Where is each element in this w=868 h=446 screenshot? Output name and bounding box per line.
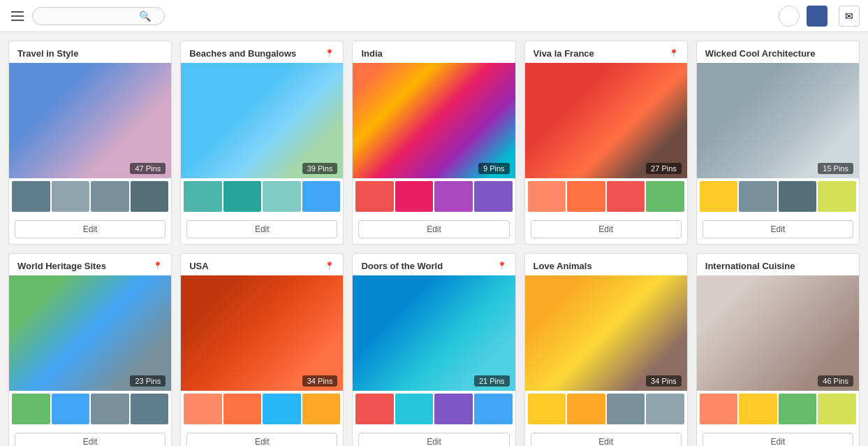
board-thumb xyxy=(131,394,169,424)
board-thumbnails xyxy=(353,391,515,427)
board-thumbnails xyxy=(353,178,515,215)
board-footer: Edit xyxy=(181,215,343,244)
boards-grid: Travel in Style 47 Pins Edit Beaches and… xyxy=(8,41,860,446)
edit-button[interactable]: Edit xyxy=(358,220,509,238)
board-thumb xyxy=(52,181,90,212)
board-thumbnails xyxy=(697,178,859,215)
pins-count: 34 Pins xyxy=(302,375,338,387)
board-thumb xyxy=(528,181,566,212)
board-thumb xyxy=(474,181,513,212)
messages-button[interactable]: ✉ xyxy=(839,6,860,27)
board-thumb xyxy=(395,394,434,424)
pins-count: 9 Pins xyxy=(478,163,510,174)
board-card-doors-of-the-world: Doors of the World 📍 21 Pins Edit xyxy=(352,253,515,446)
board-main-image: 9 Pins xyxy=(353,63,515,178)
board-main-image: 23 Pins xyxy=(9,275,171,391)
pins-count: 39 Pins xyxy=(302,163,338,174)
board-header: International Cuisine xyxy=(697,254,859,275)
board-main-image: 27 Pins xyxy=(525,63,687,178)
hamburger-button[interactable] xyxy=(8,8,27,24)
location-icon: 📍 xyxy=(497,261,507,271)
board-thumb xyxy=(12,394,50,424)
board-title: Travel in Style xyxy=(17,48,78,59)
board-header: India xyxy=(353,41,515,63)
header: 🔍 ✉ xyxy=(0,0,868,32)
board-header: Beaches and Bungalows 📍 xyxy=(181,41,343,63)
board-thumb xyxy=(646,394,684,424)
location-icon: 📍 xyxy=(325,261,334,271)
board-thumb xyxy=(184,394,222,424)
edit-button[interactable]: Edit xyxy=(703,220,853,238)
header-right: ✉ xyxy=(576,6,860,27)
board-card-international-cuisine: International Cuisine 46 Pins Edit xyxy=(696,253,860,446)
board-thumb xyxy=(474,394,513,424)
board-thumbnails xyxy=(525,178,687,215)
board-title: Beaches and Bungalows xyxy=(189,48,296,59)
board-thumb xyxy=(263,181,301,212)
pins-count: 27 Pins xyxy=(646,163,682,174)
board-thumb xyxy=(91,181,129,212)
pins-count: 15 Pins xyxy=(818,163,853,174)
pins-count: 34 Pins xyxy=(646,375,682,387)
board-card-viva-la-france: Viva la France 📍 27 Pins Edit xyxy=(524,41,688,245)
board-title: Viva la France xyxy=(534,48,594,59)
board-card-usa: USA 📍 34 Pins Edit xyxy=(180,253,344,446)
edit-button[interactable]: Edit xyxy=(15,220,165,238)
board-thumbnails xyxy=(9,391,171,427)
edit-button[interactable]: Edit xyxy=(15,433,165,446)
board-header: Love Animals xyxy=(525,254,687,275)
edit-button[interactable]: Edit xyxy=(703,433,853,446)
board-title: USA xyxy=(189,261,208,271)
edit-button[interactable]: Edit xyxy=(186,220,337,238)
board-title: India xyxy=(361,48,382,59)
board-thumb xyxy=(739,394,777,424)
board-thumb xyxy=(700,181,738,212)
location-icon: 📍 xyxy=(153,261,163,271)
board-footer: Edit xyxy=(353,215,515,244)
board-footer: Edit xyxy=(697,215,859,244)
board-thumb xyxy=(779,181,817,212)
board-thumb xyxy=(12,181,50,212)
edit-button[interactable]: Edit xyxy=(358,433,509,446)
avatar xyxy=(807,6,827,27)
board-card-beaches-bungalows: Beaches and Bungalows 📍 39 Pins Edit xyxy=(180,41,344,245)
board-footer: Edit xyxy=(181,427,343,446)
edit-button[interactable]: Edit xyxy=(186,433,337,446)
user-area[interactable] xyxy=(807,6,832,27)
board-main-image: 47 Pins xyxy=(9,63,171,178)
board-main-image: 15 Pins xyxy=(697,63,859,178)
add-button[interactable] xyxy=(779,6,800,27)
hamburger-line xyxy=(11,11,24,13)
board-header: Viva la France 📍 xyxy=(525,41,687,63)
board-footer: Edit xyxy=(353,427,515,446)
edit-button[interactable]: Edit xyxy=(531,433,682,446)
board-footer: Edit xyxy=(525,427,687,446)
board-thumb xyxy=(818,181,856,212)
board-thumb xyxy=(395,181,434,212)
board-thumb xyxy=(779,394,817,424)
board-card-wicked-cool-architecture: Wicked Cool Architecture 15 Pins Edit xyxy=(696,41,860,245)
board-title: Wicked Cool Architecture xyxy=(705,48,816,59)
board-thumb xyxy=(567,394,605,424)
pins-count: 47 Pins xyxy=(130,163,165,174)
board-card-world-heritage-sites: World Heritage Sites 📍 23 Pins Edit xyxy=(8,253,172,446)
board-thumb xyxy=(434,394,473,424)
pins-count: 23 Pins xyxy=(130,375,165,387)
pins-count: 46 Pins xyxy=(818,375,853,387)
hamburger-line xyxy=(11,15,24,17)
board-thumb xyxy=(567,181,605,212)
board-footer: Edit xyxy=(697,427,859,446)
board-thumb xyxy=(528,394,566,424)
board-main-image: 21 Pins xyxy=(353,275,515,391)
search-input[interactable] xyxy=(41,10,139,21)
board-thumb xyxy=(607,394,645,424)
board-main-image: 39 Pins xyxy=(181,63,343,178)
board-thumb xyxy=(355,394,394,424)
board-header: Wicked Cool Architecture xyxy=(697,41,859,63)
edit-button[interactable]: Edit xyxy=(531,220,682,238)
board-footer: Edit xyxy=(9,427,171,446)
board-card-travel-in-style: Travel in Style 47 Pins Edit xyxy=(8,41,172,245)
board-header: USA 📍 xyxy=(181,254,343,275)
header-left: 🔍 xyxy=(8,7,292,25)
board-thumb xyxy=(302,394,341,424)
